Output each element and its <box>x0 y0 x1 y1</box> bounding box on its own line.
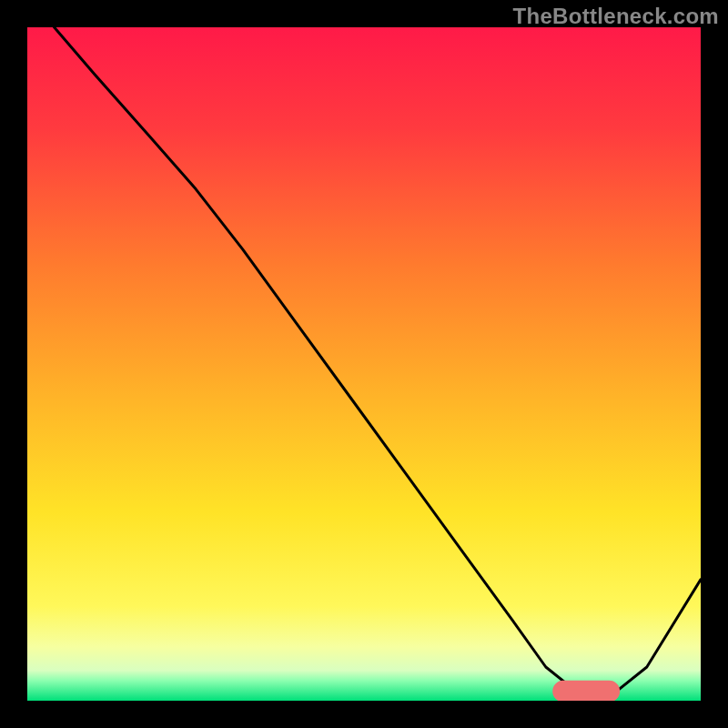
chart-frame <box>27 27 701 701</box>
bottleneck-chart-canvas <box>27 27 701 701</box>
watermark-text: TheBottleneck.com <box>513 4 719 29</box>
